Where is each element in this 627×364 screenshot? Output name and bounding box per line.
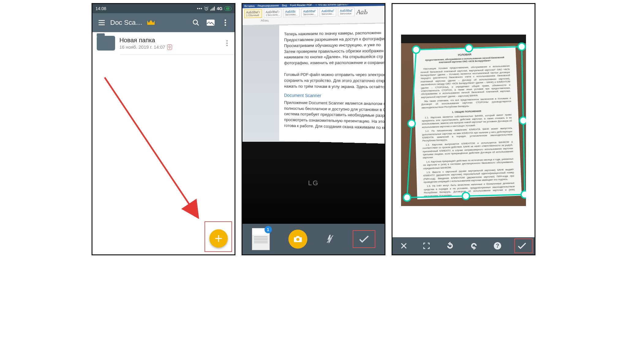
rotate-left-button[interactable] (446, 242, 454, 250)
help-button[interactable]: ? (494, 242, 501, 250)
svg-rect-3 (213, 8, 213, 11)
svg-point-12 (227, 43, 228, 44)
status-time: 14:08 (96, 6, 106, 11)
signal-icon (210, 6, 215, 11)
screenshot-3-crop-editor: УСЛОВИЯ предоставления, обслуживания и и… (392, 3, 535, 255)
annotation-arrow (102, 74, 206, 221)
svg-point-10 (225, 24, 226, 26)
camera-viewfinder: Вставка Рецензирование Вид Foxit Reader … (242, 4, 385, 254)
screenshot-2-camera-capture: Вставка Рецензирование Вид Foxit Reader … (242, 3, 385, 255)
app-toolbar: Doc Sca… (92, 13, 235, 32)
svg-point-5 (193, 20, 197, 24)
status-dots-icon (197, 6, 202, 11)
annotation-highlight-box (353, 230, 375, 248)
svg-rect-2 (212, 9, 212, 10)
svg-point-8 (225, 20, 226, 21)
scanned-paper-content: УСЛОВИЯ предоставления, обслуживания и и… (413, 46, 522, 199)
svg-point-11 (227, 40, 228, 42)
flash-toggle-button[interactable] (326, 235, 334, 244)
alarm-icon (204, 6, 209, 11)
folder-more-button[interactable] (224, 40, 230, 46)
close-button[interactable] (400, 242, 407, 249)
svg-rect-1 (210, 9, 211, 10)
capture-thumbnail[interactable]: 1 (252, 228, 270, 250)
folder-list-item[interactable]: Новая папка 16 нояб. 2019 г. 14:07 0 (92, 32, 235, 54)
ms-word-ribbon: Вставка Рецензирование Вид Foxit Reader … (242, 3, 385, 25)
network-label: 4G (217, 6, 223, 11)
app-title: Doc Sca… (110, 19, 142, 27)
editor-canvas-area: УСЛОВИЯ предоставления, обслуживания и и… (392, 4, 535, 237)
search-button[interactable] (190, 17, 202, 29)
captured-document-text: Теперь нажимаем по значку камеры, распол… (279, 23, 385, 144)
svg-point-22 (520, 117, 526, 124)
rotate-right-button[interactable] (470, 242, 478, 250)
svg-point-26 (408, 120, 415, 127)
screenshot-1-docscanner-home: 14:08 4G 48 Doc Sca… (92, 3, 235, 255)
crop-editor-toolbar: ? (392, 237, 535, 254)
menu-button[interactable] (96, 17, 108, 29)
svg-point-9 (225, 22, 226, 24)
svg-text:?: ? (496, 243, 499, 249)
svg-rect-4 (214, 7, 215, 11)
annotation-highlight-box (514, 238, 533, 253)
shutter-button[interactable] (288, 230, 307, 249)
svg-point-13 (227, 45, 228, 46)
svg-line-14 (105, 77, 197, 215)
divider (120, 54, 235, 54)
svg-point-21 (518, 43, 525, 51)
svg-point-23 (521, 191, 526, 198)
camera-bottom-bar: 1 (242, 224, 385, 254)
svg-point-7 (208, 21, 210, 22)
folder-name: Новая папка (119, 37, 220, 44)
folder-count-badge: 0 (167, 44, 172, 50)
gallery-button[interactable] (205, 17, 217, 29)
expand-crop-button[interactable] (423, 242, 430, 250)
svg-point-15 (296, 238, 299, 241)
thumbnail-count-badge: 1 (265, 226, 272, 233)
premium-crown-icon[interactable] (145, 17, 157, 29)
overflow-menu-button[interactable] (219, 17, 231, 29)
photo-with-crop[interactable]: УСЛОВИЯ предоставления, обслуживания и и… (401, 35, 526, 206)
folder-meta: 16 нояб. 2019 г. 14:07 0 (119, 44, 220, 50)
svg-point-25 (404, 194, 411, 201)
folder-icon (97, 36, 115, 51)
fab-add-button[interactable] (209, 229, 228, 248)
battery-indicator: 48 (224, 6, 231, 11)
monitor-brand-label: LG (308, 179, 319, 187)
status-bar: 14:08 4G 48 (92, 4, 235, 13)
confirm-check-button[interactable] (359, 235, 369, 243)
